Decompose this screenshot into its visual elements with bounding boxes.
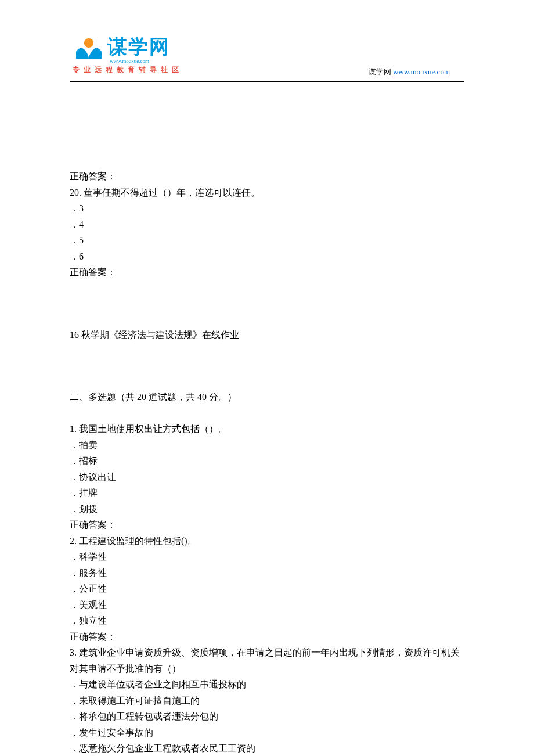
spacer — [70, 343, 464, 389]
question-stem: 3. 建筑业企业申请资质升级、资质增项，在申请之日起的前一年内出现下列情形，资质… — [70, 645, 464, 676]
header-site-label: 谋学网 www.mouxue.com — [369, 67, 450, 77]
question-option: ．公正性 — [70, 581, 464, 597]
correct-answer-label: 正确答案： — [70, 517, 464, 533]
spacer — [70, 280, 464, 327]
question-option: ．招标 — [70, 453, 464, 469]
page-header: 谋学网 www.mouxue.com 专业远程教育辅导社区 谋学网 www.mo… — [0, 0, 534, 78]
question-option: ．与建设单位或者企业之间相互串通投标的 — [70, 676, 464, 693]
logo-text-block: 谋学网 www.mouxue.com — [107, 34, 170, 64]
question-option: ．将承包的工程转包或者违法分包的 — [70, 708, 464, 725]
question-option: ．5 — [70, 232, 464, 249]
logo-top-row: 谋学网 www.mouxue.com — [73, 34, 183, 64]
assignment-title: 16 秋学期《经济法与建设法规》在线作业 — [70, 327, 464, 343]
correct-answer-label: 正确答案： — [70, 629, 464, 645]
logo-brand-text: 谋学网 — [107, 34, 170, 60]
header-divider — [70, 81, 464, 82]
question-option: ．美观性 — [70, 597, 464, 613]
question-stem: 2. 工程建设监理的特性包括()。 — [70, 533, 464, 549]
question-option: ．3 — [70, 200, 464, 217]
question-option: ．未取得施工许可证擅自施工的 — [70, 693, 464, 709]
correct-answer-label: 正确答案： — [70, 264, 464, 280]
correct-answer-label: 正确答案： — [70, 168, 464, 185]
question-option: ．挂牌 — [70, 485, 464, 501]
question-option: ．划拨 — [70, 501, 464, 517]
site-url-link[interactable]: www.mouxue.com — [393, 67, 450, 76]
question-option: ．科学性 — [70, 549, 464, 565]
logo-icon — [73, 37, 105, 61]
question-option: ．4 — [70, 217, 464, 233]
site-name: 谋学网 — [369, 67, 391, 76]
logo: 谋学网 www.mouxue.com 专业远程教育辅导社区 — [73, 34, 183, 75]
question-stem: 20. 董事任期不得超过（）年，连选可以连任。 — [70, 185, 464, 201]
question-option: ．拍卖 — [70, 437, 464, 453]
question-option: ．协议出让 — [70, 469, 464, 485]
logo-tagline: 专业远程教育辅导社区 — [73, 65, 183, 75]
question-option: ．6 — [70, 249, 464, 265]
spacer-line — [70, 405, 464, 422]
question-option: ．发生过安全事故的 — [70, 725, 464, 741]
question-option: ．独立性 — [70, 613, 464, 629]
question-option: ．恶意拖欠分包企业工程款或者农民工工资的 — [70, 740, 464, 756]
document-body: 正确答案： 20. 董事任期不得超过（）年，连选可以连任。 ．3 ．4 ．5 ．… — [0, 78, 534, 756]
question-option: ．服务性 — [70, 565, 464, 581]
section-heading: 二、多选题（共 20 道试题，共 40 分。） — [70, 389, 464, 405]
question-stem: 1. 我国土地使用权出让方式包括（）。 — [70, 421, 464, 437]
